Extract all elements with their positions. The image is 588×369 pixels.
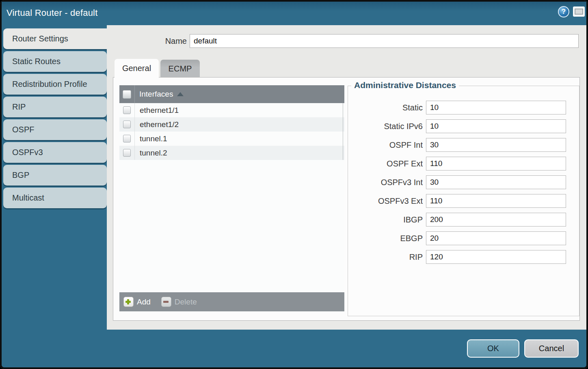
sidebar-item-router-settings[interactable]: Router Settings xyxy=(3,28,107,49)
interface-label: tunnel.1 xyxy=(140,134,167,143)
admin-distance-row: Static xyxy=(348,101,579,114)
virtual-router-dialog: Virtual Router - default ? Router Settin… xyxy=(0,0,588,369)
sort-ascending-icon xyxy=(177,92,184,96)
admin-distance-row: RIP xyxy=(348,250,579,264)
row-checkbox[interactable] xyxy=(123,121,131,128)
field-label: RIP xyxy=(348,252,423,262)
admin-distance-row: OSPFv3 Int xyxy=(348,175,579,189)
field-label: Static xyxy=(348,103,423,112)
ospf-ext-distance-input[interactable] xyxy=(426,157,566,170)
field-label: IBGP xyxy=(348,215,423,224)
admin-distances-legend: Administrative Distances xyxy=(351,80,459,90)
admin-distance-row: Static IPv6 xyxy=(348,119,579,133)
ibgp-distance-input[interactable] xyxy=(426,213,566,227)
add-button[interactable]: Add xyxy=(123,297,151,307)
delete-button-label: Delete xyxy=(175,298,197,306)
tab-ecmp[interactable]: ECMP xyxy=(160,60,200,77)
delete-button[interactable]: Delete xyxy=(161,297,197,307)
delete-icon xyxy=(161,297,171,307)
static-distance-input[interactable] xyxy=(426,101,566,114)
table-row[interactable]: ethernet1/1 xyxy=(119,103,344,117)
sidebar-item-static-routes[interactable]: Static Routes xyxy=(3,51,107,72)
interfaces-header-label: Interfaces xyxy=(139,90,173,99)
titlebar: Virtual Router - default xyxy=(2,2,586,25)
admin-distance-row: OSPF Ext xyxy=(348,157,579,170)
sidebar: Router Settings Static Routes Redistribu… xyxy=(3,28,107,210)
field-label: Static IPv6 xyxy=(348,122,423,131)
interface-label: ethernet1/2 xyxy=(140,120,179,129)
name-input[interactable] xyxy=(190,34,579,48)
add-icon xyxy=(123,297,134,307)
row-checkbox[interactable] xyxy=(123,135,131,142)
select-all-checkbox[interactable] xyxy=(123,90,131,99)
table-row[interactable]: tunnel.2 xyxy=(119,146,344,160)
field-label: OSPF Ext xyxy=(348,159,423,168)
admin-distance-row: OSPF Int xyxy=(348,138,579,152)
sidebar-item-rip[interactable]: RIP xyxy=(3,97,107,117)
interface-label: tunnel.2 xyxy=(140,149,167,158)
admin-distances-fieldset: Administrative Distances Static Static I… xyxy=(348,86,579,316)
interfaces-table: Interfaces ethernet1/1 ethernet1/2 tu xyxy=(119,85,344,311)
table-scroll-edge xyxy=(343,103,343,160)
tab-general[interactable]: General xyxy=(115,59,159,78)
interfaces-column-header[interactable]: Interfaces xyxy=(119,85,344,103)
row-checkbox[interactable] xyxy=(123,149,131,157)
admin-distance-row: OSPFv3 Ext xyxy=(348,194,579,208)
add-button-label: Add xyxy=(137,298,151,306)
admin-distance-row: EBGP xyxy=(348,231,579,245)
field-label: OSPF Int xyxy=(348,140,423,150)
table-row[interactable]: ethernet1/2 xyxy=(119,117,344,132)
interface-label: ethernet1/1 xyxy=(140,106,179,115)
field-label: OSPFv3 Ext xyxy=(348,196,423,206)
cancel-button[interactable]: Cancel xyxy=(524,339,579,358)
help-icon[interactable]: ? xyxy=(558,6,569,17)
sidebar-item-ospfv3[interactable]: OSPFv3 xyxy=(3,142,107,163)
ebgp-distance-input[interactable] xyxy=(426,231,566,245)
ospf-int-distance-input[interactable] xyxy=(426,138,566,152)
select-all-cell xyxy=(119,85,135,103)
sidebar-item-ospf[interactable]: OSPF xyxy=(3,119,107,140)
field-label: OSPFv3 Int xyxy=(348,178,423,187)
window-restore-glyph xyxy=(575,9,583,15)
rip-distance-input[interactable] xyxy=(426,250,566,264)
dialog-title: Virtual Router - default xyxy=(6,8,98,18)
sidebar-item-bgp[interactable]: BGP xyxy=(3,165,107,186)
window-restore-icon[interactable] xyxy=(573,6,585,17)
row-checkbox[interactable] xyxy=(123,106,131,114)
ok-button[interactable]: OK xyxy=(467,339,519,358)
field-label: EBGP xyxy=(348,234,423,243)
table-footer-bar: Add Delete xyxy=(119,292,344,311)
ospfv3-int-distance-input[interactable] xyxy=(426,175,566,189)
table-row[interactable]: tunnel.1 xyxy=(119,132,344,146)
static-ipv6-distance-input[interactable] xyxy=(426,119,566,133)
name-label: Name xyxy=(142,34,187,48)
general-tab-panel: Interfaces ethernet1/1 ethernet1/2 tu xyxy=(113,77,580,321)
sidebar-item-redistribution-profile[interactable]: Redistribution Profile xyxy=(3,74,107,95)
admin-distance-row: IBGP xyxy=(348,213,579,227)
sidebar-item-multicast[interactable]: Multicast xyxy=(3,188,107,208)
ospfv3-ext-distance-input[interactable] xyxy=(426,194,566,208)
